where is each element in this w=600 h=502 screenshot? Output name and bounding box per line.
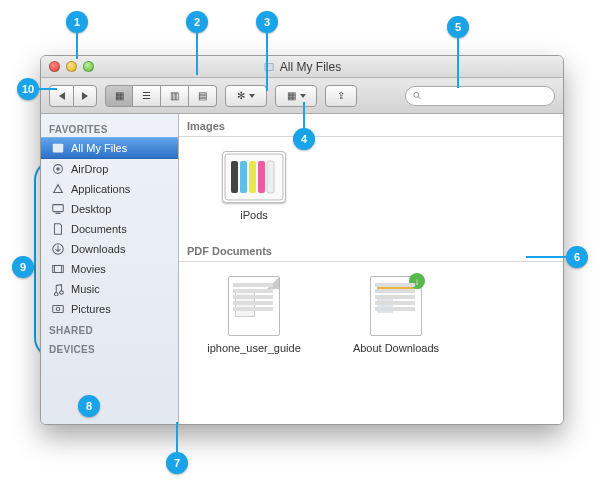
- toolbar: ▦ ☰ ▥ ▤ ✻ ▦ ⇪: [41, 78, 563, 114]
- list-icon: ☰: [142, 91, 151, 101]
- gear-icon: ✻: [237, 91, 245, 101]
- view-icon-button[interactable]: ▦: [105, 85, 133, 107]
- callout-5: 5: [447, 16, 469, 38]
- svg-rect-19: [258, 161, 265, 193]
- chevron-right-icon: [82, 92, 88, 100]
- svg-rect-4: [53, 144, 64, 153]
- image-thumbnail: [222, 151, 286, 203]
- svg-point-2: [414, 92, 419, 97]
- callout-6: 6: [566, 246, 588, 268]
- file-item[interactable]: iPods: [199, 151, 309, 221]
- section-heading-pdf: PDF Documents: [179, 239, 563, 262]
- section-heading-images: Images: [179, 114, 563, 137]
- view-coverflow-button[interactable]: ▤: [189, 85, 217, 107]
- downloads-icon: [51, 242, 65, 256]
- sidebar-item-desktop[interactable]: Desktop: [41, 199, 178, 219]
- view-list-button[interactable]: ☰: [133, 85, 161, 107]
- sidebar-item-all-my-files[interactable]: All My Files: [41, 137, 178, 159]
- window-title: All My Files: [280, 60, 341, 74]
- sidebar-item-label: Documents: [71, 223, 127, 235]
- file-label: iPods: [240, 209, 268, 221]
- sidebar-item-downloads[interactable]: Downloads: [41, 239, 178, 259]
- sidebar-item-documents[interactable]: Documents: [41, 219, 178, 239]
- view-column-button[interactable]: ▥: [161, 85, 189, 107]
- sidebar-item-label: Music: [71, 283, 100, 295]
- file-label: About Downloads: [353, 342, 439, 354]
- window-controls: [41, 61, 94, 72]
- action-menu-button[interactable]: ✻: [225, 85, 267, 107]
- all-my-files-icon: [51, 141, 65, 155]
- file-item[interactable]: ↓ About Downloads: [341, 276, 451, 354]
- sidebar-item-airdrop[interactable]: AirDrop: [41, 159, 178, 179]
- sidebar-item-label: AirDrop: [71, 163, 108, 175]
- svg-line-3: [418, 97, 420, 99]
- applications-icon: [51, 182, 65, 196]
- sidebar-item-movies[interactable]: Movies: [41, 259, 178, 279]
- chevron-down-icon: [300, 94, 306, 98]
- callout-9: 9: [12, 256, 34, 278]
- music-icon: [51, 282, 65, 296]
- svg-rect-13: [53, 306, 64, 313]
- columns-icon: ▥: [170, 91, 179, 101]
- file-item[interactable]: iphone_user_guide: [199, 276, 309, 354]
- share-button[interactable]: ⇪: [325, 85, 357, 107]
- download-badge-icon: ↓: [409, 273, 425, 289]
- callout-8: 8: [78, 395, 100, 417]
- svg-rect-16: [231, 161, 238, 193]
- callout-2: 2: [186, 11, 208, 33]
- forward-button[interactable]: [73, 85, 97, 107]
- pdf-thumbnail: [228, 276, 280, 336]
- callout-4: 4: [293, 128, 315, 150]
- callout-10: 10: [17, 78, 39, 100]
- svg-rect-20: [267, 161, 274, 193]
- arrange-icon: ▦: [287, 91, 296, 101]
- airdrop-icon: [51, 162, 65, 176]
- titlebar: All My Files: [41, 56, 563, 78]
- sidebar-heading-shared: SHARED: [41, 319, 178, 338]
- sidebar-item-applications[interactable]: Applications: [41, 179, 178, 199]
- all-my-files-icon: [263, 61, 275, 73]
- sidebar-item-label: Pictures: [71, 303, 111, 315]
- view-mode-segment: ▦ ☰ ▥ ▤: [105, 85, 217, 107]
- grid-icon: ▦: [115, 91, 124, 101]
- svg-point-6: [56, 167, 60, 171]
- content-area: Images iPods: [179, 114, 563, 424]
- sidebar-item-label: Applications: [71, 183, 130, 195]
- desktop-icon: [51, 202, 65, 216]
- callout-3: 3: [256, 11, 278, 33]
- svg-rect-17: [240, 161, 247, 193]
- search-field[interactable]: [405, 86, 555, 106]
- sidebar-item-music[interactable]: Music: [41, 279, 178, 299]
- chevron-down-icon: [249, 94, 255, 98]
- sidebar-item-label: All My Files: [71, 142, 127, 154]
- pdf-thumbnail: ↓: [370, 276, 422, 336]
- finder-window: All My Files ▦ ☰ ▥ ▤ ✻ ▦ ⇪ FAVORITE: [40, 55, 564, 425]
- callout-7: 7: [166, 452, 188, 474]
- sidebar-heading-favorites: FAVORITES: [41, 118, 178, 137]
- movies-icon: [51, 262, 65, 276]
- chevron-left-icon: [59, 92, 65, 100]
- file-label: iphone_user_guide: [207, 342, 301, 354]
- search-input[interactable]: [426, 90, 548, 102]
- search-icon: [412, 90, 422, 101]
- sidebar-item-pictures[interactable]: Pictures: [41, 299, 178, 319]
- callout-1: 1: [66, 11, 88, 33]
- svg-rect-7: [53, 205, 64, 212]
- pictures-icon: [51, 302, 65, 316]
- sidebar-item-label: Downloads: [71, 243, 125, 255]
- minimize-button[interactable]: [66, 61, 77, 72]
- sidebar-item-label: Desktop: [71, 203, 111, 215]
- svg-point-14: [56, 307, 60, 311]
- sidebar-heading-devices: DEVICES: [41, 338, 178, 357]
- svg-rect-18: [249, 161, 256, 193]
- share-icon: ⇪: [337, 91, 345, 101]
- zoom-button[interactable]: [83, 61, 94, 72]
- documents-icon: [51, 222, 65, 236]
- sidebar: FAVORITES All My Files AirDrop Applicati…: [41, 114, 179, 424]
- arrange-menu-button[interactable]: ▦: [275, 85, 317, 107]
- sidebar-item-label: Movies: [71, 263, 106, 275]
- close-button[interactable]: [49, 61, 60, 72]
- coverflow-icon: ▤: [198, 91, 207, 101]
